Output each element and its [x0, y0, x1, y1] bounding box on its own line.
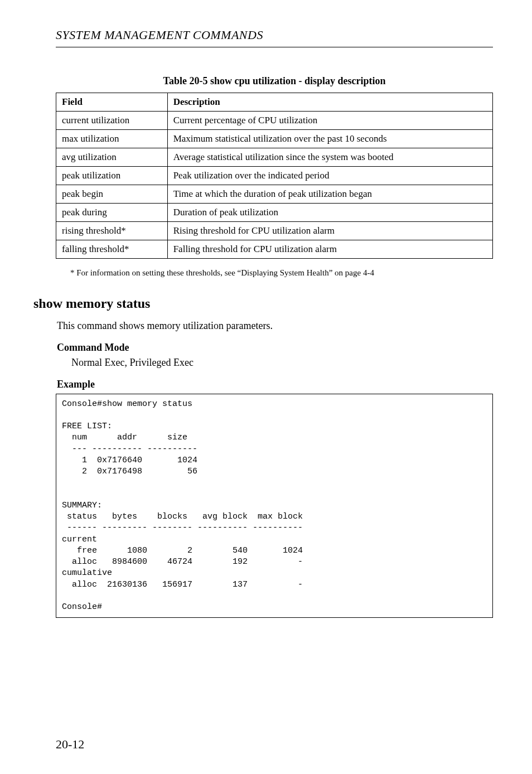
table-cell-field: avg utilization — [56, 148, 168, 167]
table-cell-field: peak begin — [56, 185, 168, 204]
table-cell-desc: Peak utilization over the indicated peri… — [167, 167, 492, 185]
table-cell-field: falling threshold* — [56, 240, 168, 259]
example-heading: Example — [57, 379, 493, 390]
table-row: peak begin Time at which the duration of… — [56, 185, 493, 204]
table-header-field: Field — [56, 93, 168, 112]
table-row: rising threshold* Rising threshold for C… — [56, 222, 493, 240]
table-cell-field: peak during — [56, 204, 168, 222]
table-row: max utilization Maximum statistical util… — [56, 130, 493, 148]
example-code-block: Console#show memory status FREE LIST: nu… — [56, 394, 493, 618]
table-cell-field: current utilization — [56, 112, 168, 130]
table-row: avg utilization Average statistical util… — [56, 148, 493, 167]
table-header-row: Field Description — [56, 93, 493, 112]
table-row: current utilization Current percentage o… — [56, 112, 493, 130]
table-row: falling threshold* Falling threshold for… — [56, 240, 493, 259]
page-number: 20-12 — [56, 737, 84, 752]
section-title: show memory status — [33, 296, 493, 311]
table-cell-desc: Maximum statistical utilization over the… — [167, 130, 492, 148]
table-cell-desc: Falling threshold for CPU utilization al… — [167, 240, 492, 259]
table-cell-desc: Average statistical utilization since th… — [167, 148, 492, 167]
table-cell-desc: Rising threshold for CPU utilization ala… — [167, 222, 492, 240]
chapter-header: SYSTEM MANAGEMENT COMMANDS — [56, 28, 493, 42]
table-header-description: Description — [167, 93, 492, 112]
table-cell-field: rising threshold* — [56, 222, 168, 240]
table-footnote: * For information on setting these thres… — [70, 267, 493, 279]
table-cell-desc: Duration of peak utilization — [167, 204, 492, 222]
table-cell-desc: Current percentage of CPU utilization — [167, 112, 492, 130]
table-row: peak utilization Peak utilization over t… — [56, 167, 493, 185]
table-cell-desc: Time at which the duration of peak utili… — [167, 185, 492, 204]
table-caption: Table 20-5 show cpu utilization - displa… — [56, 75, 493, 87]
table-row: peak during Duration of peak utilization — [56, 204, 493, 222]
section-description: This command shows memory utilization pa… — [57, 320, 493, 332]
header-divider — [56, 47, 493, 47]
table-cell-field: peak utilization — [56, 167, 168, 185]
command-mode-heading: Command Mode — [57, 342, 493, 354]
description-table: Field Description current utilization Cu… — [56, 93, 493, 259]
command-mode-body: Normal Exec, Privileged Exec — [71, 357, 493, 369]
table-cell-field: max utilization — [56, 130, 168, 148]
